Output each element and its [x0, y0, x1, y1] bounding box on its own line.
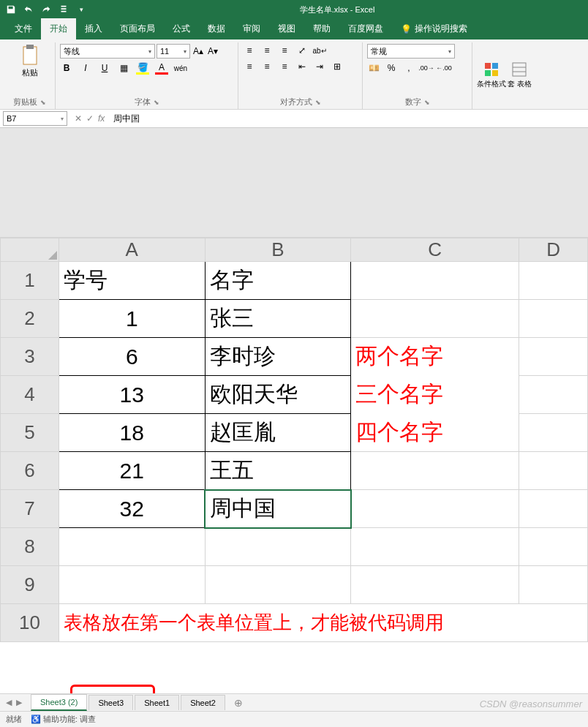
cell-B1[interactable]: 名字 — [205, 262, 351, 300]
sheet-tab[interactable]: Sheet2 — [181, 695, 225, 710]
row-header[interactable]: 5 — [1, 414, 59, 452]
cell-C2[interactable] — [351, 300, 519, 338]
redo-icon[interactable] — [38, 1, 54, 18]
cell-A1[interactable]: 学号 — [59, 262, 205, 300]
decrease-decimal-icon[interactable]: ←.00 — [437, 61, 451, 75]
touch-icon[interactable] — [56, 1, 72, 18]
tab-help[interactable]: 帮助 — [304, 18, 339, 39]
row-header[interactable]: 1 — [1, 262, 59, 300]
tab-file[interactable]: 文件 — [6, 18, 41, 39]
sheet-nav-next-icon[interactable]: ▶ — [16, 698, 22, 707]
format-table-button[interactable]: 套 表格 — [508, 61, 532, 89]
cell-A6[interactable]: 21 — [59, 452, 205, 490]
align-right-icon[interactable]: ≡ — [278, 60, 291, 73]
sheet-tab[interactable]: Sheet1 — [135, 695, 179, 710]
cell-D3[interactable] — [519, 338, 588, 376]
row-header[interactable]: 6 — [1, 452, 59, 490]
cell-A2[interactable]: 1 — [59, 300, 205, 338]
cell-B3[interactable]: 李时珍 — [205, 338, 351, 376]
fx-icon[interactable]: fx — [98, 113, 105, 124]
percent-icon[interactable]: % — [385, 61, 398, 75]
align-middle-icon[interactable]: ≡ — [260, 44, 274, 57]
decrease-indent-icon[interactable]: ⇤ — [295, 60, 309, 73]
enter-icon[interactable]: ✓ — [86, 113, 94, 124]
new-sheet-button[interactable]: ⊕ — [227, 697, 250, 709]
decrease-font-icon[interactable]: A▾ — [206, 45, 219, 58]
cell-D5[interactable] — [519, 414, 588, 452]
cell-C1[interactable] — [351, 262, 519, 300]
cell-D4[interactable] — [519, 376, 588, 414]
tab-formulas[interactable]: 公式 — [164, 18, 199, 39]
save-icon[interactable] — [3, 1, 19, 18]
tab-baidu[interactable]: 百度网盘 — [339, 18, 392, 39]
qat-customize-icon[interactable]: ▾ — [73, 1, 89, 18]
cell-B7[interactable]: 周中国 — [205, 490, 351, 528]
align-left-icon[interactable]: ≡ — [243, 60, 256, 73]
increase-indent-icon[interactable]: ⇥ — [313, 60, 326, 73]
cell-B4[interactable]: 欧阳天华 — [205, 376, 351, 414]
number-format-combo[interactable]: 常规▾ — [367, 44, 455, 59]
cell-D1[interactable] — [519, 262, 588, 300]
col-header-A[interactable]: A — [59, 238, 205, 262]
currency-icon[interactable]: 💴 — [367, 61, 380, 75]
cell-D8[interactable] — [519, 528, 588, 566]
tab-home[interactable]: 开始 — [41, 18, 76, 39]
font-size-combo[interactable]: 11▾ — [157, 44, 190, 59]
cell-B8[interactable] — [205, 528, 351, 566]
undo-icon[interactable] — [20, 1, 37, 18]
annotation-two[interactable]: 两个名字 — [351, 338, 519, 376]
comma-icon[interactable]: , — [402, 61, 415, 75]
cell-C8[interactable] — [351, 528, 519, 566]
cell-D9[interactable] — [519, 566, 588, 604]
underline-button[interactable]: U — [98, 61, 111, 75]
italic-button[interactable]: I — [79, 61, 92, 75]
sheet-tab[interactable]: Sheet3 — [88, 695, 133, 710]
cell-B6[interactable]: 王五 — [205, 452, 351, 490]
cell-B9[interactable] — [205, 566, 351, 604]
row-header[interactable]: 4 — [1, 376, 59, 414]
tell-me-search[interactable]: 💡 操作说明搜索 — [392, 18, 476, 39]
cell-D6[interactable] — [519, 452, 588, 490]
col-header-C[interactable]: C — [351, 238, 519, 262]
align-top-icon[interactable]: ≡ — [243, 44, 256, 57]
row-header[interactable]: 3 — [1, 338, 59, 376]
fill-color-button[interactable]: 🪣 — [136, 61, 149, 75]
font-name-combo[interactable]: 等线▾ — [60, 44, 155, 59]
cell-C7[interactable] — [351, 490, 519, 528]
cell-D7[interactable] — [519, 490, 588, 528]
cell-A9[interactable] — [59, 566, 205, 604]
row-header[interactable]: 10 — [1, 604, 59, 642]
cell-B2[interactable]: 张三 — [205, 300, 351, 338]
col-header-B[interactable]: B — [205, 238, 351, 262]
annotation-three[interactable]: 三个名字 — [351, 376, 519, 414]
font-color-button[interactable]: A — [155, 61, 168, 75]
cell-D2[interactable] — [519, 300, 588, 338]
row-header[interactable]: 8 — [1, 528, 59, 566]
col-header-D[interactable]: D — [519, 238, 588, 262]
annotation-note[interactable]: 表格放在第一个表单位置上，才能被代码调用 — [59, 604, 587, 642]
cell-C9[interactable] — [351, 566, 519, 604]
increase-decimal-icon[interactable]: .00→ — [420, 61, 433, 75]
sheet-nav-prev-icon[interactable]: ◀ — [6, 698, 12, 707]
font-dialog-icon[interactable]: ⬊ — [154, 99, 159, 106]
annotation-four[interactable]: 四个名字 — [351, 414, 519, 452]
orientation-icon[interactable]: ⤢ — [295, 44, 309, 57]
phonetic-button[interactable]: wén — [174, 61, 187, 75]
select-all-corner[interactable] — [1, 238, 59, 262]
row-header[interactable]: 2 — [1, 300, 59, 338]
number-dialog-icon[interactable]: ⬊ — [424, 99, 430, 106]
conditional-format-button[interactable]: 条件格式 — [477, 61, 506, 89]
accessibility-status[interactable]: ♿ 辅助功能: 调查 — [31, 714, 96, 725]
align-bottom-icon[interactable]: ≡ — [278, 44, 291, 57]
align-center-icon[interactable]: ≡ — [260, 60, 274, 73]
cell-B5[interactable]: 赵匡胤 — [205, 414, 351, 452]
merge-button[interactable]: ⊞ — [331, 60, 344, 73]
cancel-icon[interactable]: ✕ — [75, 113, 82, 124]
border-button[interactable]: ▦ — [117, 61, 130, 75]
bold-button[interactable]: B — [60, 61, 73, 75]
cell-A3[interactable]: 6 — [59, 338, 205, 376]
tab-review[interactable]: 审阅 — [234, 18, 269, 39]
wrap-text-icon[interactable]: ab↵ — [313, 44, 326, 57]
cell-A4[interactable]: 13 — [59, 376, 205, 414]
row-header[interactable]: 7 — [1, 490, 59, 528]
